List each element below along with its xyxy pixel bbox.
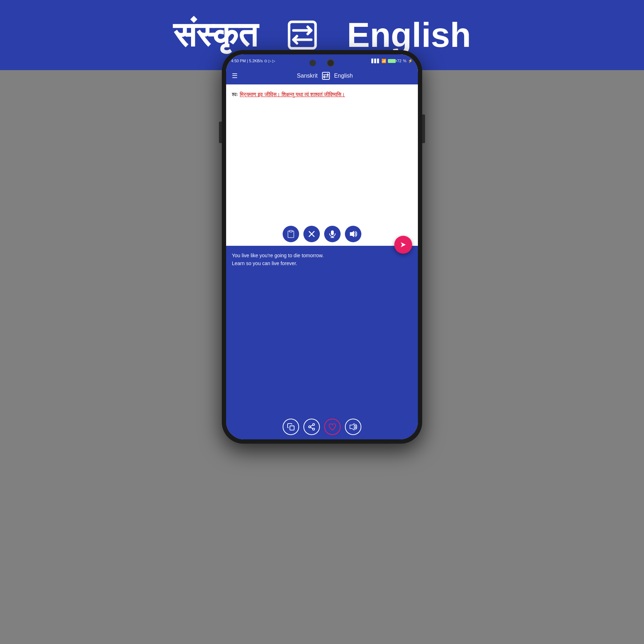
- app-swap-icon[interactable]: [322, 72, 330, 80]
- copy-output-button[interactable]: [283, 419, 299, 435]
- translated-text-content: You live like you're going to die tomorr…: [232, 253, 324, 266]
- app-target-language[interactable]: English: [334, 73, 353, 79]
- phone-speaker: [309, 60, 316, 66]
- wifi-icon: 📶: [381, 59, 386, 63]
- svg-rect-3: [289, 230, 292, 232]
- svg-line-16: [311, 425, 313, 426]
- volume-button: [219, 122, 222, 143]
- status-icons-text: ⊙ ▷ ▷: [264, 59, 275, 63]
- microphone-button[interactable]: [324, 226, 341, 242]
- sanskrit-underlined-text: म्रियमाण इव जीविस। शिक्षन्तु यथा त्वं शा…: [240, 91, 345, 97]
- translate-send-button[interactable]: [394, 236, 412, 254]
- svg-line-15: [311, 427, 313, 429]
- input-area[interactable]: श्वः म्रियमाण इव जीविस। शिक्षन्तु यथा त्…: [226, 84, 418, 246]
- svg-rect-1: [322, 72, 330, 79]
- svg-point-14: [313, 428, 315, 430]
- svg-rect-11: [290, 426, 294, 430]
- power-button: [422, 114, 425, 143]
- speak-output-button[interactable]: [345, 419, 361, 435]
- svg-rect-6: [331, 230, 334, 235]
- clipboard-button[interactable]: [283, 226, 299, 242]
- favorite-button[interactable]: [324, 419, 341, 435]
- svg-marker-9: [350, 231, 354, 237]
- output-action-buttons: [226, 414, 418, 439]
- app-source-language[interactable]: Sanskrit: [297, 73, 318, 79]
- battery-icon: [388, 59, 396, 63]
- svg-rect-0: [289, 22, 316, 48]
- sanskrit-input-text[interactable]: श्वः म्रियमाण इव जीविस। शिक्षन्तु यथा त्…: [226, 84, 418, 222]
- svg-marker-17: [350, 424, 354, 430]
- charging-icon: ⚡: [408, 59, 413, 63]
- phone-mockup: 4:50 PM | 5.2KB/s ⊙ ▷ ▷ ▋▋▋ 📶 72% ⚡ ☰ S: [222, 50, 422, 444]
- sanskrit-char-prefix: श्वः: [232, 91, 240, 97]
- phone-camera-bar: [290, 58, 354, 68]
- phone-screen: 4:50 PM | 5.2KB/s ⊙ ▷ ▷ ▋▋▋ 📶 72% ⚡ ☰ S: [226, 54, 418, 439]
- share-output-button[interactable]: [303, 419, 320, 435]
- svg-point-12: [313, 424, 315, 426]
- status-time: 4:50 PM: [231, 59, 246, 63]
- swap-languages-icon[interactable]: [286, 19, 318, 51]
- app-header-center: Sanskrit English: [238, 72, 412, 80]
- input-action-buttons: [226, 222, 418, 246]
- clear-button[interactable]: [303, 226, 320, 242]
- status-right-icons: ▋▋▋ 📶 72% ⚡: [371, 59, 413, 63]
- hamburger-menu-icon[interactable]: ☰: [232, 72, 238, 80]
- battery-percent: 72: [397, 59, 401, 63]
- speak-input-button[interactable]: [345, 226, 361, 242]
- phone-camera: [327, 59, 335, 67]
- source-language-label[interactable]: संस्कृत: [173, 15, 258, 55]
- app-header-bar: ☰ Sanskrit English: [226, 67, 418, 84]
- status-time-and-speed: 4:50 PM | 5.2KB/s ⊙ ▷ ▷: [231, 59, 275, 63]
- svg-point-13: [309, 426, 311, 428]
- status-data-speed: 5.2KB/s: [249, 59, 263, 63]
- svg-marker-10: [401, 242, 406, 247]
- target-language-label[interactable]: English: [347, 15, 471, 55]
- output-area: You live like you're going to die tomorr…: [226, 246, 418, 439]
- translated-text: You live like you're going to die tomorr…: [226, 246, 418, 414]
- signal-icon: ▋▋▋: [371, 59, 380, 63]
